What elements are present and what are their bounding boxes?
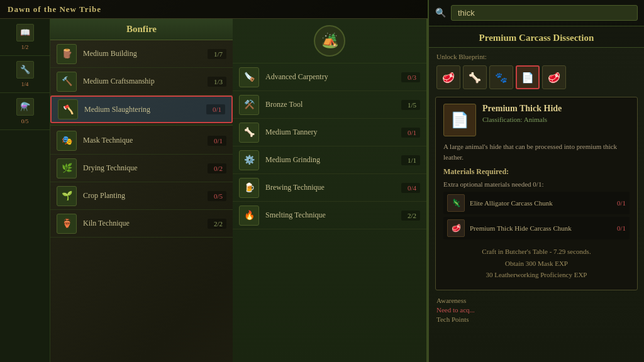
skill-count-tannery: 0/1 (401, 128, 420, 138)
blueprint-icon-0[interactable]: 🥩 (436, 65, 460, 89)
skill-icon-kiln: 🏺 (57, 214, 77, 234)
blueprint-icon-3[interactable]: 📄 (516, 65, 540, 89)
skill-medium-building[interactable]: 🪵 Medium Building 1/7 (50, 40, 233, 68)
skill-count-crop: 0/5 (208, 191, 226, 201)
item-description: A large animal's hide that can be proces… (443, 141, 630, 162)
skill-icon-tannery: 🦴 (239, 123, 259, 143)
skill-name-tannery: Medium Tannery (265, 128, 401, 137)
mini-icon-1: 📖 (16, 24, 34, 41)
skill-medium-slaughtering[interactable]: 🪓 Medium Slaughtering 0/1 (50, 96, 233, 123)
left-panel: Bonfire 🪵 Medium Building 1/7 🔨 Medium C… (50, 19, 233, 362)
material-row-0: 🦎 Elite Alligator Carcass Chunk 0/1 (443, 192, 630, 214)
skill-name-grinding: Medium Grinding (265, 155, 401, 165)
skill-medium-craftsmanship[interactable]: 🔨 Medium Craftsmanship 1/3 (50, 68, 233, 96)
skill-name-craftsmanship: Medium Craftsmanship (83, 77, 208, 86)
skill-count-brewing: 0/4 (401, 183, 420, 193)
skill-advanced-carpentry[interactable]: 🪚 Advanced Carpentry 0/3 (233, 63, 426, 91)
left-content-area: 📖 1/2 🔧 1/4 ⚗️ 0/5 Bonfire 🪵 Medium Buil… (0, 19, 233, 362)
skill-count-drying: 0/2 (208, 163, 226, 173)
right-detail-panel: 🔍 Premium Carcass Dissection Unlock Blue… (428, 0, 644, 362)
skill-drying-technique[interactable]: 🌿 Drying Technique 0/2 (50, 155, 233, 182)
skill-count-building: 1/7 (208, 49, 226, 59)
skill-count-kiln: 2/2 (208, 219, 226, 229)
skill-mask-technique[interactable]: 🎭 Mask Technique 0/1 (50, 127, 233, 155)
skill-icon-smelting: 🔥 (239, 206, 259, 226)
left-panel-header: Bonfire (50, 19, 233, 40)
skill-icon-building: 🪵 (57, 44, 77, 64)
skill-icon-brewing: 🍺 (239, 178, 259, 198)
mini-sidebar-item-2[interactable]: 🔧 1/4 (0, 56, 50, 93)
game-title: Dawn of the New Tribe (8, 4, 101, 14)
skill-name-carpentry: Advanced Carpentry (265, 72, 401, 82)
item-info: Premium Thick Hide Classification: Anima… (482, 104, 562, 123)
item-classification: Classification: Animals (482, 116, 562, 123)
mini-count-2: 1/4 (21, 81, 29, 87)
materials-header: Materials Required: (443, 167, 630, 177)
craft-info: Craft in Butcher's Table - 7.29 seconds.… (443, 242, 630, 283)
skill-medium-grinding[interactable]: ⚙️ Medium Grinding 1/1 (233, 146, 426, 174)
mini-sidebar-item-3[interactable]: ⚗️ 0/5 (0, 93, 50, 130)
material-name-1: Premium Thick Hide Carcass Chunk (470, 224, 612, 233)
mini-count-1: 1/2 (21, 44, 29, 50)
skill-name-crop: Crop Planting (83, 191, 208, 200)
awareness-section: Awareness Need to acq... Tech Points (429, 293, 644, 327)
skill-icon-slaughtering: 🪓 (58, 99, 78, 119)
skill-name-bronze: Bronze Tool (265, 100, 401, 109)
skill-icon-grinding: ⚙️ (239, 150, 259, 170)
skill-name-kiln: Kiln Technique (83, 219, 208, 228)
skill-name-smelting: Smelting Technique (265, 211, 401, 220)
blueprint-icon-2[interactable]: 🐾 (489, 65, 513, 89)
item-big-icon: 📄 (443, 104, 476, 136)
skill-icon-craftsmanship: 🔨 (57, 72, 77, 92)
middle-panel-top-icon: 🏕️ (233, 19, 426, 63)
skill-count-slaughtering: 0/1 (206, 104, 225, 114)
search-input[interactable] (451, 5, 638, 21)
skill-count-smelting: 2/2 (401, 211, 420, 221)
extra-materials-text: Extra optional materials needed 0/1: (443, 180, 630, 188)
skill-name-brewing: Brewing Technique (265, 183, 401, 192)
mini-count-3: 0/5 (21, 118, 29, 124)
mini-icon-2: 🔧 (16, 61, 34, 79)
skill-crop-planting[interactable]: 🌱 Crop Planting 0/5 (50, 182, 233, 210)
blueprint-icons-row: 🥩 🦴 🐾 📄 🥩 (429, 63, 644, 94)
material-row-1: 🥩 Premium Thick Hide Carcass Chunk 0/1 (443, 217, 630, 239)
material-icon-0: 🦎 (447, 194, 465, 212)
blueprint-icon-1[interactable]: 🦴 (463, 65, 487, 89)
material-name-0: Elite Alligator Carcass Chunk (470, 199, 612, 207)
skill-count-bronze: 1/5 (401, 100, 420, 110)
mini-sidebar: 📖 1/2 🔧 1/4 ⚗️ 0/5 (0, 19, 50, 362)
awareness-need: Need to acq... (436, 306, 636, 314)
skill-bronze-tool[interactable]: ⚒️ Bronze Tool 1/5 (233, 91, 426, 119)
skill-brewing-technique[interactable]: 🍺 Brewing Technique 0/4 (233, 174, 426, 202)
skill-name-building: Medium Building (83, 49, 208, 58)
search-icon: 🔍 (435, 8, 446, 18)
skill-count-grinding: 1/1 (401, 155, 420, 165)
skill-icon-crop: 🌱 (57, 186, 77, 206)
item-tooltip: 📄 Premium Thick Hide Classification: Ani… (435, 97, 638, 290)
search-bar: 🔍 (429, 0, 644, 26)
skill-count-mask: 0/1 (208, 136, 226, 146)
mini-sidebar-item[interactable]: 📖 1/2 (0, 19, 50, 56)
camp-icon: 🏕️ (314, 25, 345, 57)
skill-smelting-technique[interactable]: 🔥 Smelting Technique 2/2 (233, 202, 426, 229)
blueprint-icon-4[interactable]: 🥩 (542, 65, 566, 89)
skill-name-drying: Drying Technique (83, 163, 208, 173)
divider-1 (50, 124, 233, 126)
skill-count-craftsmanship: 1/3 (208, 77, 226, 87)
skill-icon-drying: 🌿 (57, 158, 77, 178)
detail-title: Premium Carcass Dissection (429, 26, 644, 48)
skill-name-mask: Mask Technique (83, 136, 208, 145)
skill-count-carpentry: 0/3 (401, 72, 420, 82)
skill-icon-mask: 🎭 (57, 131, 77, 151)
middle-panel: 🏕️ 🪚 Advanced Carpentry 0/3 ⚒️ Bronze To… (233, 19, 428, 362)
skill-kiln-technique[interactable]: 🏺 Kiln Technique 2/2 (50, 210, 233, 238)
skill-name-slaughtering: Medium Slaughtering (84, 105, 206, 114)
item-name: Premium Thick Hide (482, 104, 562, 114)
material-count-1: 0/1 (617, 224, 626, 232)
item-tooltip-header: 📄 Premium Thick Hide Classification: Ani… (443, 104, 630, 136)
material-count-0: 0/1 (617, 199, 626, 207)
skill-icon-carpentry: 🪚 (239, 67, 259, 87)
skill-medium-tannery[interactable]: 🦴 Medium Tannery 0/1 (233, 119, 426, 146)
material-icon-1: 🥩 (447, 219, 465, 237)
tech-points-label: Tech Points (436, 315, 636, 323)
